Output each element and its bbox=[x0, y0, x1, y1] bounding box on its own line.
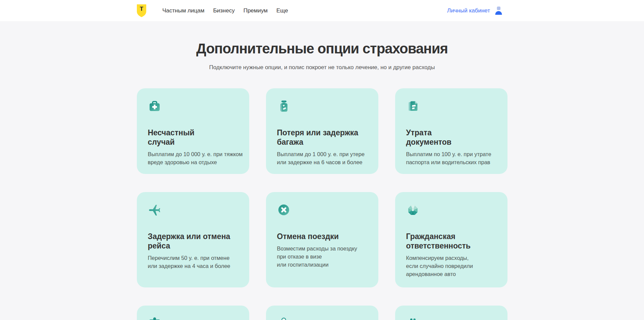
barbell-icon bbox=[406, 317, 420, 320]
camera-icon bbox=[277, 317, 290, 320]
card-description: Выплатим до 10 000 у. е. при тяжком вред… bbox=[148, 150, 245, 166]
nav-item-private[interactable]: Частным лицам bbox=[162, 7, 204, 14]
card-documents[interactable]: Утрата документов Выплатим по 100 у. е. … bbox=[395, 88, 507, 174]
scales-icon bbox=[148, 317, 161, 320]
card-description: Компенсируем расходы, если случайно повр… bbox=[406, 254, 503, 278]
card-partial-3[interactable] bbox=[395, 306, 507, 320]
card-civil-liability[interactable]: Гражданская ответственность Компенсируем… bbox=[395, 192, 507, 287]
page-title: Дополнительные опции страхования bbox=[0, 41, 644, 57]
first-aid-kit-icon bbox=[148, 99, 161, 113]
account-button[interactable]: Личный кабинет bbox=[447, 6, 503, 15]
card-partial-2[interactable] bbox=[266, 306, 378, 320]
card-trip-cancellation[interactable]: Отмена поездки Возместим расходы за поез… bbox=[266, 192, 378, 287]
card-title: Потеря или задержка багажа bbox=[277, 128, 374, 147]
page-subtitle: Подключите нужные опции, и полис покроет… bbox=[0, 64, 644, 71]
card-title: Задержка или отмена рейса bbox=[148, 232, 245, 250]
card-title: Несчастный случай bbox=[148, 128, 245, 147]
card-description: Возместим расходы за поездку при отказе … bbox=[277, 244, 374, 269]
account-label: Личный кабинет bbox=[447, 7, 490, 14]
top-navbar: T Частным лицам Бизнесу Премиум Еще Личн… bbox=[0, 0, 644, 21]
card-title: Утрата документов bbox=[406, 128, 503, 147]
card-title: Гражданская ответственность bbox=[406, 232, 503, 250]
card-description: Выплатим до 1 000 у. е. при утере или за… bbox=[277, 150, 374, 166]
logo-letter: T bbox=[140, 6, 144, 12]
nav-item-business[interactable]: Бизнесу bbox=[213, 7, 234, 14]
card-title: Отмена поездки bbox=[277, 232, 374, 241]
card-partial-1[interactable] bbox=[137, 306, 249, 320]
card-description: Перечислим 50 у. е. при отмене или задер… bbox=[148, 254, 245, 270]
user-icon bbox=[494, 6, 503, 15]
airplane-icon bbox=[148, 203, 161, 217]
card-accident[interactable]: Несчастный случай Выплатим до 10 000 у. … bbox=[137, 88, 249, 174]
card-description: Выплатим по 100 у. е. при утрате паспорт… bbox=[406, 150, 503, 166]
cancel-circle-icon bbox=[277, 203, 290, 217]
faceted-gem-icon bbox=[406, 203, 420, 217]
card-baggage[interactable]: Потеря или задержка багажа Выплатим до 1… bbox=[266, 88, 378, 174]
main-nav: Частным лицам Бизнесу Премиум Еще bbox=[162, 7, 288, 14]
documents-icon bbox=[406, 99, 420, 113]
options-grid: Несчастный случай Выплатим до 10 000 у. … bbox=[137, 88, 507, 320]
card-flight-delay[interactable]: Задержка или отмена рейса Перечислим 50 … bbox=[137, 192, 249, 287]
nav-item-premium[interactable]: Премиум bbox=[244, 7, 268, 14]
tbank-logo[interactable]: T bbox=[137, 4, 146, 17]
nav-item-more[interactable]: Еще bbox=[276, 7, 288, 14]
suitcase-icon bbox=[277, 99, 290, 113]
